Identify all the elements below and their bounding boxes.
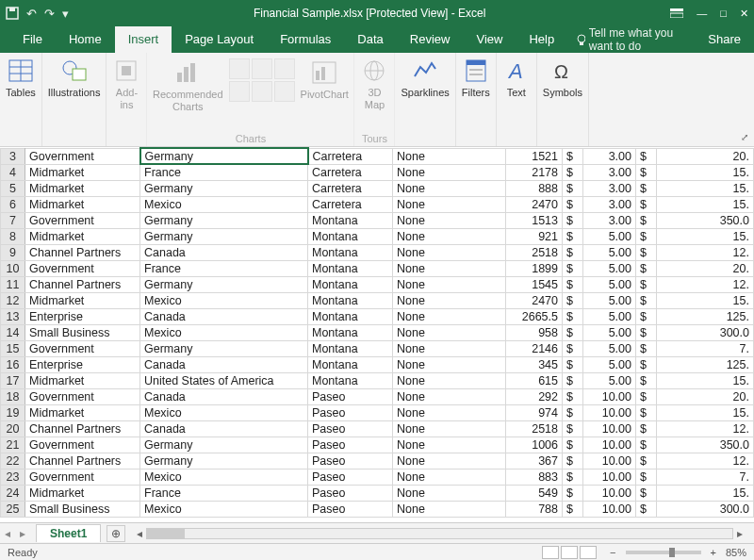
cell[interactable]: None	[393, 292, 506, 308]
row-header[interactable]: 16	[1, 356, 25, 372]
cell[interactable]: Midmarket	[25, 164, 140, 180]
cell[interactable]: 12.	[657, 453, 754, 469]
cell[interactable]: Canada	[140, 244, 308, 260]
row-header[interactable]: 11	[1, 276, 25, 292]
cell[interactable]: $	[563, 340, 583, 356]
cell[interactable]: France	[140, 164, 308, 180]
cell[interactable]: Mexico	[140, 196, 308, 212]
cell[interactable]: None	[393, 356, 506, 372]
cell[interactable]: Paseo	[308, 388, 393, 404]
cell[interactable]: 5.00	[583, 324, 636, 340]
cell[interactable]: 1006	[506, 436, 563, 453]
tab-review[interactable]: Review	[397, 26, 464, 53]
worksheet-grid[interactable]: 3GovernmentGermanyCarreteraNone1521$3.00…	[0, 147, 754, 522]
cell[interactable]: Channel Partners	[25, 453, 140, 469]
cell[interactable]: Midmarket	[25, 372, 140, 388]
cell[interactable]: 350.0	[657, 436, 754, 453]
cell[interactable]: 2665.5	[506, 308, 563, 324]
cell[interactable]: Mexico	[140, 501, 308, 517]
row-header[interactable]: 12	[1, 292, 25, 308]
line-chart-icon[interactable]	[252, 58, 272, 79]
cell[interactable]: None	[393, 388, 506, 404]
cell[interactable]: Canada	[140, 308, 308, 324]
cell[interactable]: 5.00	[583, 228, 636, 244]
cell[interactable]: $	[636, 356, 657, 372]
cell[interactable]: $	[563, 244, 583, 260]
3d-map-button[interactable]: 3D Map	[360, 57, 388, 111]
cell[interactable]: 300.0	[657, 324, 754, 340]
cell[interactable]: $	[563, 308, 583, 324]
other-chart-icon[interactable]	[274, 81, 295, 102]
cell[interactable]: None	[393, 436, 506, 453]
cell[interactable]: $	[636, 308, 657, 324]
cell[interactable]: $	[636, 148, 657, 164]
cell[interactable]: Montana	[308, 212, 393, 228]
cell[interactable]: 1545	[506, 276, 563, 292]
row-header[interactable]: 14	[1, 324, 25, 340]
page-break-view-button[interactable]	[580, 546, 597, 559]
cell[interactable]: None	[393, 404, 506, 420]
cell[interactable]: 883	[506, 469, 563, 485]
cell[interactable]: Paseo	[308, 436, 393, 453]
normal-view-button[interactable]	[542, 546, 559, 559]
cell[interactable]: 20.	[657, 148, 754, 164]
cell[interactable]: Midmarket	[25, 292, 140, 308]
cell[interactable]: United States of America	[140, 372, 308, 388]
cell[interactable]: 5.00	[583, 276, 636, 292]
text-button[interactable]: A Text	[502, 57, 531, 99]
cell[interactable]: 3.00	[583, 180, 636, 196]
cell[interactable]: Montana	[308, 372, 393, 388]
cell[interactable]: 12.	[657, 244, 754, 260]
cell[interactable]: None	[393, 485, 506, 501]
cell[interactable]: 10.00	[583, 469, 636, 485]
bar-chart-icon[interactable]	[229, 58, 250, 79]
cell[interactable]: Carretera	[308, 148, 393, 164]
redo-button[interactable]: ↷	[44, 7, 55, 21]
cell[interactable]: Channel Partners	[25, 244, 140, 260]
cell[interactable]: $	[563, 260, 583, 276]
cell[interactable]: Germany	[140, 453, 308, 469]
pie-chart-icon[interactable]	[274, 58, 295, 79]
cell[interactable]: $	[636, 212, 657, 228]
cell[interactable]: Channel Partners	[25, 276, 140, 292]
cell[interactable]: $	[636, 164, 657, 180]
cell[interactable]: Midmarket	[25, 485, 140, 501]
maximize-button[interactable]: □	[720, 8, 727, 19]
cell[interactable]: 2178	[506, 164, 563, 180]
cell[interactable]: Mexico	[140, 469, 308, 485]
cell[interactable]: Carretera	[308, 164, 393, 180]
cell[interactable]: None	[393, 164, 506, 180]
cell[interactable]: $	[563, 196, 583, 212]
cell[interactable]: 7.	[657, 469, 754, 485]
cell[interactable]: $	[563, 372, 583, 388]
cell[interactable]: 1899	[506, 260, 563, 276]
cell[interactable]: Montana	[308, 292, 393, 308]
cell[interactable]: $	[563, 180, 583, 196]
row-header[interactable]: 20	[1, 420, 25, 436]
cell[interactable]: Government	[25, 260, 140, 276]
ribbon-options-icon[interactable]	[670, 8, 683, 18]
cell[interactable]: 350.0	[657, 212, 754, 228]
cell[interactable]: $	[563, 292, 583, 308]
cell[interactable]: 615	[506, 372, 563, 388]
cell[interactable]: 10.00	[583, 501, 636, 517]
cell[interactable]: None	[393, 196, 506, 212]
cell[interactable]: $	[636, 404, 657, 420]
row-header[interactable]: 8	[1, 228, 25, 244]
scatter-chart-icon[interactable]	[252, 81, 272, 102]
cell[interactable]: $	[636, 324, 657, 340]
cell[interactable]: 10.00	[583, 453, 636, 469]
cell[interactable]: 3.00	[583, 148, 636, 164]
tab-formulas[interactable]: Formulas	[267, 26, 344, 53]
cell[interactable]: Paseo	[308, 469, 393, 485]
cell[interactable]: $	[636, 340, 657, 356]
cell[interactable]: 292	[506, 388, 563, 404]
cell[interactable]: 300.0	[657, 501, 754, 517]
cell[interactable]: 974	[506, 404, 563, 420]
cell[interactable]: 2146	[506, 340, 563, 356]
scroll-right-icon[interactable]: ▸	[733, 527, 746, 540]
cell[interactable]: Mexico	[140, 324, 308, 340]
cell[interactable]: 345	[506, 356, 563, 372]
cell[interactable]: 2470	[506, 196, 563, 212]
cell[interactable]: 5.00	[583, 292, 636, 308]
